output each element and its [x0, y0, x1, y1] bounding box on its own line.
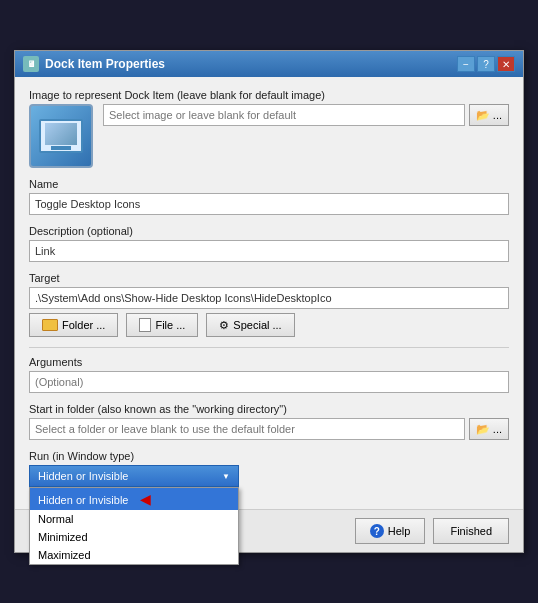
image-preview	[29, 104, 93, 168]
dialog-content: Image to represent Dock Item (leave blan…	[15, 77, 523, 509]
help-btn-label: Help	[388, 525, 411, 537]
image-field-row: 📂 Folder ......	[29, 104, 509, 168]
dropdown-container: Hidden or Invisible ▼ Hidden or Invisibl…	[29, 465, 239, 487]
start-in-input[interactable]	[29, 418, 465, 440]
image-input-row: 📂 Folder ......	[103, 104, 509, 126]
minimize-button[interactable]: −	[457, 56, 475, 72]
title-bar: 🖥 Dock Item Properties − ? ✕	[15, 51, 523, 77]
separator-1	[29, 347, 509, 348]
selection-arrow-icon: ◀	[140, 491, 151, 507]
folder-icon-small	[42, 319, 58, 331]
folder-icon: 📂	[476, 109, 490, 122]
chevron-down-icon: ▼	[222, 472, 230, 481]
dropdown-item-label-minimized: Minimized	[38, 531, 88, 543]
special-icon: ⚙	[219, 319, 229, 332]
arguments-input[interactable]	[29, 371, 509, 393]
start-in-browse-button[interactable]: 📂 ...	[469, 418, 509, 440]
image-field-group: Image to represent Dock Item (leave blan…	[29, 89, 509, 168]
dropdown-item-normal[interactable]: Normal	[30, 510, 238, 528]
image-input-area: 📂 Folder ......	[103, 104, 509, 126]
start-in-input-row: 📂 ...	[29, 418, 509, 440]
browse-icon: 📂	[476, 423, 490, 436]
arguments-field-group: Arguments	[29, 356, 509, 393]
run-field-group: Run (in Window type) Hidden or Invisible…	[29, 450, 509, 487]
dropdown-item-maximized[interactable]: Maximized	[30, 546, 238, 564]
dropdown-item-minimized[interactable]: Minimized	[30, 528, 238, 546]
file-btn-label: File ...	[155, 319, 185, 331]
file-icon-small	[139, 318, 151, 332]
target-field-group: Target Folder ... File ... ⚙ Special ...	[29, 272, 509, 337]
dropdown-item-label-maximized: Maximized	[38, 549, 91, 561]
dialog-icon: 🖥	[23, 56, 39, 72]
image-input[interactable]	[103, 104, 465, 126]
dropdown-menu: Hidden or Invisible ◀ Normal Minimized M…	[29, 487, 239, 565]
dialog-title: Dock Item Properties	[45, 57, 165, 71]
help-circle-icon: ?	[370, 524, 384, 538]
dropdown-selected-value: Hidden or Invisible	[38, 470, 129, 482]
name-field-group: Name	[29, 178, 509, 215]
description-label: Description (optional)	[29, 225, 509, 237]
dialog-window: 🖥 Dock Item Properties − ? ✕ Image to re…	[14, 50, 524, 553]
dropdown-item-label-normal: Normal	[38, 513, 73, 525]
title-controls: − ? ✕	[457, 56, 515, 72]
description-input[interactable]	[29, 240, 509, 262]
dropdown-item-label-hidden: Hidden or Invisible	[38, 494, 129, 506]
target-button-row: Folder ... File ... ⚙ Special ...	[29, 313, 509, 337]
target-input[interactable]	[29, 287, 509, 309]
arguments-label: Arguments	[29, 356, 509, 368]
folder-btn-label: Folder ...	[62, 319, 105, 331]
description-field-group: Description (optional)	[29, 225, 509, 262]
monitor-screen	[45, 123, 77, 145]
image-label: Image to represent Dock Item (leave blan…	[29, 89, 509, 101]
folder-button[interactable]: Folder ...	[29, 313, 118, 337]
run-label: Run (in Window type)	[29, 450, 509, 462]
finished-btn-label: Finished	[450, 525, 492, 537]
name-label: Name	[29, 178, 509, 190]
special-button[interactable]: ⚙ Special ...	[206, 313, 294, 337]
target-label: Target	[29, 272, 509, 284]
special-btn-label: Special ...	[233, 319, 281, 331]
close-button[interactable]: ✕	[497, 56, 515, 72]
title-bar-left: 🖥 Dock Item Properties	[23, 56, 165, 72]
run-dropdown[interactable]: Hidden or Invisible ▼	[29, 465, 239, 487]
monitor-icon	[39, 119, 83, 153]
help-button[interactable]: ? Help	[355, 518, 426, 544]
finished-button[interactable]: Finished	[433, 518, 509, 544]
start-in-field-group: Start in folder (also known as the "work…	[29, 403, 509, 440]
help-button-title[interactable]: ?	[477, 56, 495, 72]
dropdown-item-hidden[interactable]: Hidden or Invisible ◀	[30, 488, 238, 510]
file-button[interactable]: File ...	[126, 313, 198, 337]
name-input[interactable]	[29, 193, 509, 215]
monitor-stand	[51, 146, 71, 150]
start-in-label: Start in folder (also known as the "work…	[29, 403, 509, 415]
image-browse-button[interactable]: 📂 Folder ......	[469, 104, 509, 126]
